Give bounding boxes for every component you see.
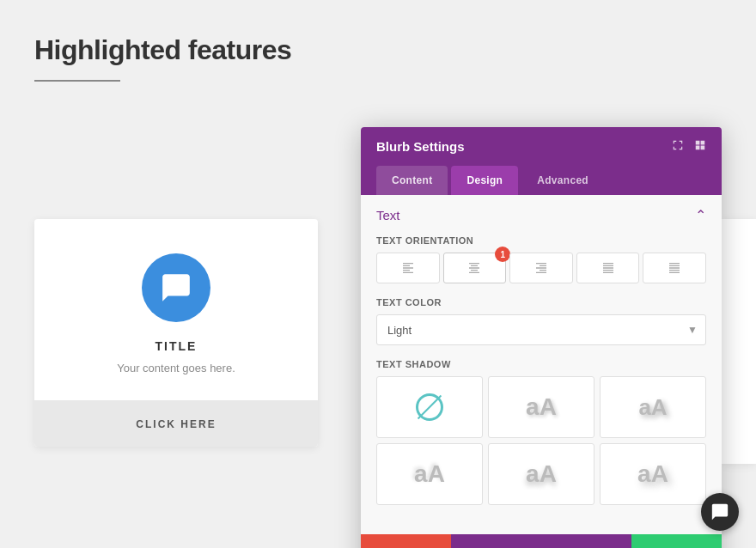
second-card-hint bbox=[722, 219, 756, 464]
orientation-badge: 1 bbox=[495, 247, 510, 262]
cancel-button[interactable]: ✕ bbox=[361, 534, 451, 548]
section-chevron-icon: ⌃ bbox=[695, 207, 706, 223]
chat-bubble-icon bbox=[160, 271, 192, 304]
shadow-btn-4[interactable]: aA bbox=[488, 443, 594, 505]
fab-icon bbox=[710, 502, 729, 521]
card-cta-button[interactable]: CLICK HERE bbox=[34, 400, 318, 447]
text-orientation-label: Text Orientation bbox=[376, 235, 706, 246]
page-title-area: Highlighted features bbox=[0, 0, 756, 99]
card-wrapper: TITLE Your content goes here. CLICK HERE bbox=[34, 219, 318, 447]
tab-design[interactable]: Design bbox=[451, 166, 518, 195]
section-content: Text Orientation 1 bbox=[361, 235, 722, 534]
shadow-grid: aA aA aA aA bbox=[376, 376, 706, 505]
reset-button[interactable]: ↺ bbox=[451, 534, 541, 548]
panel-header: Blurb Settings bbox=[361, 127, 722, 166]
text-color-row: Text Color Light Dark Custom ▼ bbox=[376, 297, 706, 345]
card-icon-circle bbox=[142, 253, 210, 322]
orient-btn-2[interactable]: 1 bbox=[443, 253, 507, 283]
fullscreen-icon[interactable] bbox=[672, 139, 684, 154]
card-body: TITLE Your content goes here. bbox=[34, 219, 318, 400]
shadow-btn-1[interactable]: aA bbox=[488, 376, 594, 438]
shadow-btn-3[interactable]: aA bbox=[376, 443, 483, 505]
text-color-select[interactable]: Light Dark Custom bbox=[376, 314, 706, 345]
text-color-select-wrapper: Light Dark Custom ▼ bbox=[376, 314, 706, 345]
orientation-buttons: 1 bbox=[376, 253, 706, 283]
shadow-preview-5: aA bbox=[637, 460, 668, 488]
orient-btn-1[interactable] bbox=[376, 253, 440, 283]
text-section-header[interactable]: Text ⌃ bbox=[361, 195, 722, 235]
blurb-settings-panel: Blurb Settings Content Desi bbox=[361, 127, 722, 548]
card-description: Your content goes here. bbox=[117, 362, 235, 374]
shadow-preview-3: aA bbox=[414, 460, 445, 488]
confirm-button[interactable]: ✓ bbox=[631, 534, 722, 548]
orient-btn-5[interactable] bbox=[643, 253, 706, 283]
panel-title: Blurb Settings bbox=[376, 139, 465, 154]
page-title: Highlighted features bbox=[34, 34, 722, 66]
layout-icon[interactable] bbox=[694, 139, 706, 154]
orient-btn-3[interactable] bbox=[509, 253, 573, 283]
card-cta-label: CLICK HERE bbox=[136, 418, 216, 430]
panel-header-icons bbox=[672, 139, 706, 154]
shadow-btn-2[interactable]: aA bbox=[600, 376, 706, 438]
orient-btn-4[interactable] bbox=[576, 253, 640, 283]
shadow-none-btn[interactable] bbox=[376, 376, 483, 438]
text-color-label: Text Color bbox=[376, 297, 706, 307]
shadow-btn-5[interactable]: aA bbox=[600, 443, 706, 505]
tab-advanced[interactable]: Advanced bbox=[521, 166, 604, 195]
redo-button[interactable]: ↻ bbox=[541, 534, 631, 548]
shadow-preview-2: aA bbox=[638, 394, 667, 421]
text-orientation-row: Text Orientation 1 bbox=[376, 235, 706, 283]
text-shadow-row: Text Shadow aA aA bbox=[376, 359, 706, 505]
text-section-title: Text bbox=[376, 208, 400, 222]
no-shadow-icon bbox=[416, 393, 443, 421]
page-background: Highlighted features TITLE Your content … bbox=[0, 0, 756, 548]
text-shadow-label: Text Shadow bbox=[376, 359, 706, 369]
card-title: TITLE bbox=[155, 339, 198, 353]
panel-body: Text ⌃ Text Orientation 1 bbox=[361, 195, 722, 534]
fab-chat-button[interactable] bbox=[701, 493, 739, 531]
panel-footer: ✕ ↺ ↻ ✓ bbox=[361, 534, 722, 548]
blurb-card: TITLE Your content goes here. CLICK HERE bbox=[34, 219, 318, 447]
shadow-preview-1: aA bbox=[526, 393, 557, 421]
tab-content[interactable]: Content bbox=[376, 166, 448, 195]
shadow-preview-4: aA bbox=[526, 460, 557, 488]
title-underline bbox=[34, 80, 120, 82]
panel-tabs: Content Design Advanced bbox=[361, 166, 722, 195]
